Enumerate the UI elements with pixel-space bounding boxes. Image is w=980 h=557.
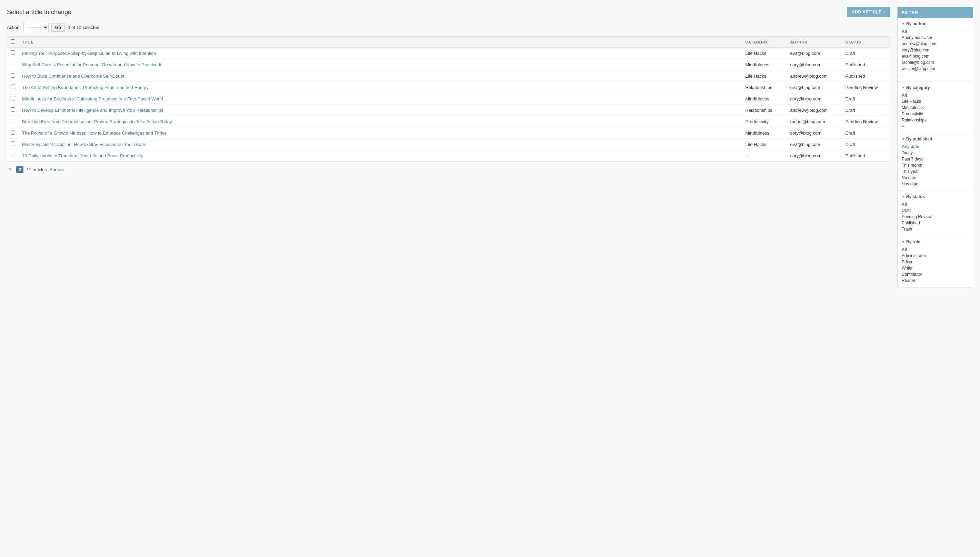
filter-item-0-1[interactable]: AnonymousUser — [902, 34, 969, 41]
show-all-link[interactable]: Show all — [50, 167, 67, 172]
row-author-cell: cory@blog.com — [787, 59, 842, 70]
row-checkbox-9[interactable] — [11, 153, 15, 157]
filter-item-1-3[interactable]: Productivity — [902, 111, 969, 117]
row-status-cell: Pending Review — [842, 116, 890, 127]
filter-dash-0-7: – — [902, 72, 969, 78]
article-link-7[interactable]: The Power of a Growth Mindset: How to Em… — [22, 130, 167, 136]
row-checkbox-3[interactable] — [11, 85, 15, 89]
row-status-cell: Published — [842, 150, 890, 161]
selected-count: 0 of 10 selected — [68, 25, 99, 30]
article-link-3[interactable]: The Art of Setting Boundaries: Protectin… — [22, 85, 149, 90]
row-author-cell: eva@blog.com — [787, 139, 842, 150]
row-checkbox-4[interactable] — [11, 96, 15, 101]
article-link-9[interactable]: 10 Daily Habits to Transform Your Life a… — [22, 153, 143, 158]
row-author-cell: andrew@blog.com — [787, 104, 842, 116]
add-article-button[interactable]: ADD ARTICLE + — [847, 7, 890, 17]
row-title-cell: Mindfulness for Beginners: Cultivating P… — [19, 93, 742, 104]
filter-item-1-2[interactable]: Mindfulness — [902, 104, 969, 111]
row-title-cell: How to Develop Emotional Intelligence an… — [19, 104, 742, 116]
select-all-header — [7, 37, 19, 47]
filter-item-3-1[interactable]: Draft — [902, 207, 969, 213]
filter-section-4: By roleAllAdministratorEditorWriterContr… — [897, 236, 973, 287]
row-checkbox-7[interactable] — [11, 130, 15, 135]
filter-item-4-3[interactable]: Writer — [902, 265, 969, 271]
row-title-cell: The Art of Setting Boundaries: Protectin… — [19, 82, 742, 93]
filter-section-title-0: By author — [902, 21, 969, 26]
table-row: 10 Daily Habits to Transform Your Life a… — [7, 150, 890, 161]
row-title-cell: Finding Your Purpose: A Step-by-Step Gui… — [19, 47, 742, 59]
filter-item-1-4[interactable]: Relationships — [902, 117, 969, 123]
filter-section-3: By statusAllDraftPending ReviewPublished… — [897, 191, 973, 236]
filter-item-4-5[interactable]: Reader — [902, 277, 969, 284]
filter-item-4-1[interactable]: Administrator — [902, 252, 969, 259]
row-checkbox-cell — [7, 127, 19, 139]
filter-item-2-2[interactable]: Past 7 days — [902, 156, 969, 162]
filter-item-2-6[interactable]: Has date — [902, 181, 969, 187]
article-link-1[interactable]: Why Self-Care is Essential for Personal … — [22, 62, 161, 67]
filter-item-0-2[interactable]: andrew@blog.com — [902, 41, 969, 47]
filter-section-title-2: By published — [902, 137, 969, 142]
filter-item-2-1[interactable]: Today — [902, 150, 969, 156]
filter-item-0-3[interactable]: cory@blog.com — [902, 47, 969, 53]
row-category-cell: Life Hacks — [742, 139, 787, 150]
table-row: How to Build Confidence and Overcome Sel… — [7, 70, 890, 82]
filter-item-3-2[interactable]: Pending Review — [902, 213, 969, 220]
row-checkbox-cell — [7, 139, 19, 150]
page-1-link[interactable]: 1 — [7, 166, 13, 173]
article-link-0[interactable]: Finding Your Purpose: A Step-by-Step Gui… — [22, 51, 156, 56]
row-author-cell: cory@blog.com — [787, 150, 842, 161]
table-row: Finding Your Purpose: A Step-by-Step Gui… — [7, 47, 890, 59]
filter-section-title-4: By role — [902, 239, 969, 244]
filter-item-1-0[interactable]: All — [902, 92, 969, 98]
article-link-5[interactable]: How to Develop Emotional Intelligence an… — [22, 107, 164, 113]
go-button[interactable]: Go — [51, 23, 65, 32]
filter-item-0-6[interactable]: william@blog.com — [902, 65, 969, 72]
title-column-header: TITLE — [19, 37, 742, 47]
filter-item-1-1[interactable]: Life Hacks — [902, 98, 969, 104]
page-2-current: 2 — [16, 166, 23, 173]
filter-item-0-4[interactable]: eva@blog.com — [902, 53, 969, 59]
row-checkbox-cell — [7, 82, 19, 93]
action-select[interactable]: --------- — [23, 23, 49, 32]
row-checkbox-6[interactable] — [11, 119, 15, 123]
row-checkbox-8[interactable] — [11, 142, 15, 146]
table-row: Mastering Self-Discipline: How to Stay F… — [7, 139, 890, 150]
select-all-checkbox[interactable] — [11, 39, 15, 44]
article-link-8[interactable]: Mastering Self-Discipline: How to Stay F… — [22, 142, 146, 147]
filter-item-3-3[interactable]: Published — [902, 220, 969, 226]
category-column-header: CATEGORY — [742, 37, 787, 47]
row-checkbox-2[interactable] — [11, 73, 15, 78]
filter-item-2-3[interactable]: This month — [902, 162, 969, 168]
filter-item-4-2[interactable]: Editor — [902, 259, 969, 265]
filter-item-2-0[interactable]: Any date — [902, 143, 969, 150]
row-checkbox-cell — [7, 93, 19, 104]
row-checkbox-0[interactable] — [11, 50, 15, 55]
filter-item-4-0[interactable]: All — [902, 246, 969, 252]
author-column-header: AUTHOR — [787, 37, 842, 47]
row-author-cell: eva@blog.com — [787, 47, 842, 59]
row-category-cell: Life Hacks — [742, 70, 787, 82]
filter-item-3-4[interactable]: Trash — [902, 226, 969, 232]
row-category-cell: – — [742, 150, 787, 161]
filter-item-2-4[interactable]: This year — [902, 168, 969, 174]
row-title-cell: Mastering Self-Discipline: How to Stay F… — [19, 139, 742, 150]
filter-section-title-3: By status — [902, 194, 969, 199]
filter-section-0: By authorAllAnonymousUserandrew@blog.com… — [897, 18, 973, 82]
filter-item-0-5[interactable]: rachel@blog.com — [902, 59, 969, 65]
row-category-cell: Life Hacks — [742, 47, 787, 59]
article-link-4[interactable]: Mindfulness for Beginners: Cultivating P… — [22, 96, 163, 101]
row-author-cell: cory@blog.com — [787, 93, 842, 104]
row-checkbox-5[interactable] — [11, 107, 15, 112]
row-checkbox-cell — [7, 150, 19, 161]
pagination: 1 2 11 articles Show all — [7, 166, 890, 173]
article-link-2[interactable]: How to Build Confidence and Overcome Sel… — [22, 73, 124, 79]
row-status-cell: Draft — [842, 47, 890, 59]
filter-item-0-0[interactable]: All — [902, 28, 969, 34]
filter-item-4-4[interactable]: Contributor — [902, 271, 969, 277]
row-checkbox-1[interactable] — [11, 62, 15, 66]
filter-item-3-0[interactable]: All — [902, 201, 969, 207]
filter-item-2-5[interactable]: No date — [902, 174, 969, 181]
row-status-cell: Published — [842, 70, 890, 82]
article-link-6[interactable]: Breaking Free from Procrastination: Prov… — [22, 119, 172, 124]
row-checkbox-cell — [7, 70, 19, 82]
